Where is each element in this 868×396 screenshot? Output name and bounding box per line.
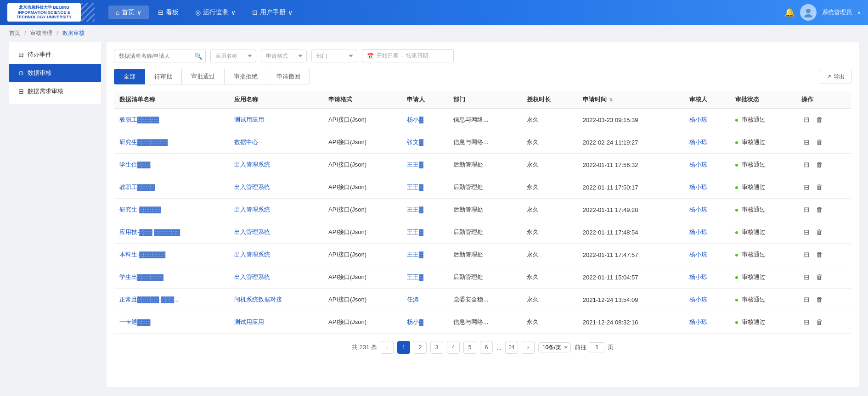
reviewer-link-7[interactable]: 杨小琼	[689, 273, 707, 280]
action-delete-btn-1[interactable]: 🗑	[814, 137, 825, 147]
app-name-link-6[interactable]: 出入管理系统	[234, 251, 270, 258]
app-name-link-2[interactable]: 出入管理系统	[234, 161, 270, 168]
reviewer-link-2[interactable]: 杨小琼	[689, 161, 707, 168]
action-view-btn-5[interactable]: ⊟	[801, 227, 812, 238]
action-view-btn-3[interactable]: ⊟	[801, 182, 812, 193]
action-delete-btn-8[interactable]: 🗑	[814, 294, 825, 305]
data-list-name-link-2[interactable]: 学生住▓▓▓	[119, 161, 150, 168]
request-format-filter[interactable]: 申请格式	[261, 50, 307, 62]
sort-apply-time-icon[interactable]: ⇅	[609, 97, 613, 102]
department-filter[interactable]: 部门	[311, 50, 357, 62]
action-view-btn-0[interactable]: ⊟	[801, 114, 812, 125]
cell-action-0: ⊟ 🗑	[796, 109, 851, 131]
applicant-link-0[interactable]: 杨小▓	[407, 116, 423, 123]
data-list-name-link-8[interactable]: 正常且▓▓▓▓▓-▓▓▓...	[119, 296, 179, 303]
page-4-button[interactable]: 4	[447, 341, 460, 354]
page-2-button[interactable]: 2	[414, 341, 427, 354]
date-range-picker[interactable]: 📅 开始日期 - 结束日期	[362, 49, 454, 62]
applicant-link-2[interactable]: 王王▓	[407, 161, 423, 168]
page-6-button[interactable]: 6	[480, 341, 493, 354]
applicant-link-6[interactable]: 王王▓	[407, 251, 423, 258]
page-3-button[interactable]: 3	[430, 341, 443, 354]
export-button[interactable]: ↗ 导出	[820, 70, 851, 84]
reviewer-link-0[interactable]: 杨小琼	[689, 116, 707, 123]
tab-rejected[interactable]: 审批拒绝	[224, 69, 267, 84]
tab-approved[interactable]: 审批通过	[181, 69, 225, 84]
applicant-link-4[interactable]: 王王▓	[407, 206, 423, 213]
action-view-btn-1[interactable]: ⊟	[801, 137, 812, 148]
reviewer-link-9[interactable]: 杨小琼	[689, 318, 707, 325]
reviewer-link-8[interactable]: 杨小琼	[689, 296, 707, 303]
page-5-button[interactable]: 5	[463, 341, 476, 354]
search-input[interactable]	[114, 50, 206, 62]
bell-icon[interactable]: 🔔	[784, 7, 795, 17]
applicant-link-8[interactable]: 任涛	[407, 296, 419, 303]
action-delete-btn-2[interactable]: 🗑	[814, 159, 825, 170]
app-name-link-0[interactable]: 测试用应用	[234, 116, 264, 123]
app-name-link-3[interactable]: 出入管理系统	[234, 184, 270, 190]
action-delete-btn-4[interactable]: 🗑	[814, 204, 825, 215]
page-size-select[interactable]: 10条/页 20条/页 50条/页	[538, 342, 571, 352]
status-dot-3	[735, 186, 738, 189]
nav-manual[interactable]: ⊡ 用户手册 ∨	[245, 6, 300, 19]
sidebar-item-data-audit[interactable]: ⊙ 数据审核	[9, 64, 101, 82]
nav-monitor[interactable]: ◎ 运行监测 ∨	[188, 6, 243, 19]
app-name-filter[interactable]: 应用名称	[210, 50, 256, 62]
sidebar-item-data-req-audit[interactable]: ⊟ 数据需求审核	[9, 82, 101, 100]
tab-withdrawn[interactable]: 申请撤回	[267, 69, 310, 84]
app-name-link-1[interactable]: 数据中心	[234, 139, 258, 145]
data-list-name-link-5[interactable]: 应用技-▓▓▓ ▓▓▓▓▓▓	[119, 229, 180, 235]
page-24-button[interactable]: 24	[505, 341, 518, 354]
cell-duration-0: 永久	[521, 109, 577, 131]
applicant-link-7[interactable]: 王王▓	[407, 273, 423, 280]
page-prev-button[interactable]: ‹	[381, 341, 394, 354]
app-name-link-9[interactable]: 测试用应用	[234, 318, 264, 325]
avatar[interactable]	[800, 4, 817, 21]
page-next-button[interactable]: ›	[522, 341, 535, 354]
app-name-link-4[interactable]: 出入管理系统	[234, 206, 270, 213]
data-list-name-link-1[interactable]: 研究生▓▓▓▓▓▓▓	[119, 139, 168, 145]
action-delete-btn-3[interactable]: 🗑	[814, 182, 825, 192]
data-list-name-link-0[interactable]: 教职工▓▓▓▓▓	[119, 116, 159, 123]
app-name-link-5[interactable]: 出入管理系统	[234, 229, 270, 235]
data-list-name-link-7[interactable]: 学生出▓▓▓▓▓▓	[119, 273, 163, 280]
data-list-name-link-9[interactable]: 一卡通▓▓▓	[119, 318, 150, 325]
app-name-link-8[interactable]: 闸机系统数据对接	[234, 296, 282, 303]
reviewer-link-5[interactable]: 杨小琼	[689, 229, 707, 235]
applicant-link-3[interactable]: 王王▓	[407, 184, 423, 190]
action-delete-btn-6[interactable]: 🗑	[814, 249, 825, 260]
action-view-btn-6[interactable]: ⊟	[801, 249, 812, 260]
data-list-name-link-3[interactable]: 教职工▓▓▓▓	[119, 184, 155, 190]
action-view-btn-8[interactable]: ⊟	[801, 294, 812, 305]
action-view-btn-9[interactable]: ⊟	[801, 317, 812, 328]
action-delete-btn-7[interactable]: 🗑	[814, 272, 825, 282]
breadcrumb-home[interactable]: 首页	[9, 30, 20, 36]
search-button[interactable]: 🔍	[194, 52, 202, 60]
nav-home[interactable]: ⌂ 首页 ∨	[108, 6, 149, 19]
reviewer-link-4[interactable]: 杨小琼	[689, 206, 707, 213]
data-list-name-link-6[interactable]: 本科生-▓▓▓▓▓▓	[119, 251, 165, 258]
applicant-link-9[interactable]: 杨小▓	[407, 318, 423, 325]
tab-pending[interactable]: 待审批	[145, 69, 182, 84]
app-name-link-7[interactable]: 出入管理系统	[234, 273, 270, 280]
reviewer-link-1[interactable]: 杨小琼	[689, 139, 707, 145]
sidebar-item-pending[interactable]: ⊟ 待办事件	[9, 45, 101, 64]
action-view-btn-2[interactable]: ⊟	[801, 159, 812, 170]
data-list-name-link-4[interactable]: 研究生-▓▓▓▓▓	[119, 206, 161, 213]
cell-apply-time-9: 2021-12-24 08:32:16	[577, 311, 684, 334]
tab-all[interactable]: 全部	[114, 69, 145, 84]
action-view-btn-7[interactable]: ⊟	[801, 272, 812, 283]
action-delete-btn-0[interactable]: 🗑	[814, 114, 825, 125]
nav-kanban[interactable]: ⊟ 看板	[151, 6, 186, 19]
action-view-btn-4[interactable]: ⊟	[801, 204, 812, 215]
cell-action-2: ⊟ 🗑	[796, 154, 851, 176]
reviewer-link-6[interactable]: 杨小琼	[689, 251, 707, 258]
breadcrumb-audit-mgmt[interactable]: 审核管理	[30, 30, 52, 36]
reviewer-link-3[interactable]: 杨小琼	[689, 184, 707, 190]
applicant-link-5[interactable]: 王王▓	[407, 229, 423, 235]
applicant-link-1[interactable]: 张文▓	[407, 139, 423, 145]
goto-input[interactable]	[589, 342, 605, 352]
action-delete-btn-9[interactable]: 🗑	[814, 317, 825, 327]
page-1-button[interactable]: 1	[397, 341, 410, 354]
action-delete-btn-5[interactable]: 🗑	[814, 227, 825, 237]
